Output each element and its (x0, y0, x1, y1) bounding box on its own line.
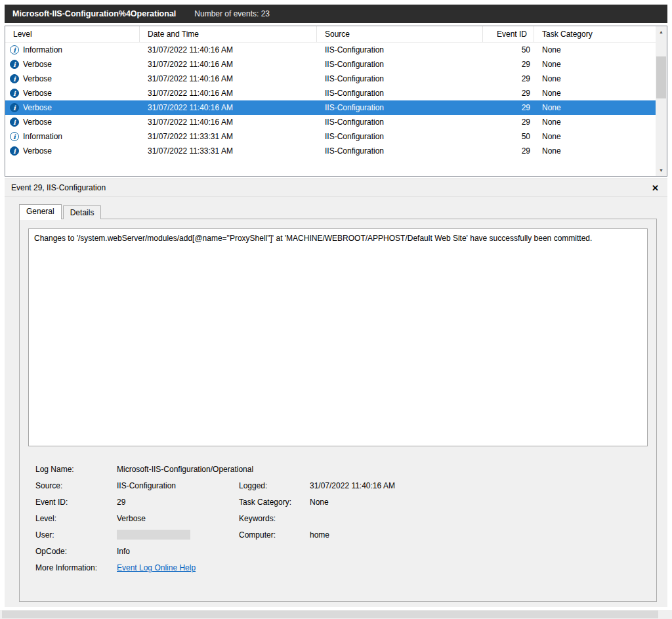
event-task-category: None (534, 89, 656, 98)
event-task-category: None (534, 45, 656, 54)
event-task-category: None (534, 117, 656, 127)
event-id: 29 (483, 103, 534, 112)
event-properties: Log Name: Microsoft-IIS-Configuration/Op… (29, 461, 648, 576)
event-level: Information (23, 132, 62, 141)
event-source: IIS-Configuration (317, 74, 483, 83)
log-name-value: Microsoft-IIS-Configuration/Operational (110, 465, 648, 474)
event-task-category: None (534, 103, 656, 112)
event-count-label: Number of events: 23 (194, 9, 270, 18)
log-tab-bar: Microsoft-IIS-Configuration%4Operational… (5, 5, 667, 23)
event-list: Level Date and Time Source Event ID Task… (5, 26, 667, 177)
event-id-value: 29 (110, 498, 232, 507)
event-level: Verbose (23, 89, 52, 98)
event-row[interactable]: i Verbose 31/07/2022 11:33:31 AM IIS-Con… (5, 144, 656, 158)
event-id: 29 (483, 89, 534, 98)
event-source: IIS-Configuration (317, 60, 483, 69)
column-header-source[interactable]: Source (317, 26, 483, 42)
verbose-icon: i (10, 146, 19, 156)
preview-title-bar: Event 29, IIS-Configuration ✕ (5, 179, 667, 197)
event-id: 29 (483, 117, 534, 127)
event-level: Verbose (23, 146, 52, 156)
verbose-icon: i (10, 89, 19, 98)
event-source: IIS-Configuration (317, 103, 483, 112)
event-level: Verbose (23, 74, 52, 83)
column-header-event-id[interactable]: Event ID (483, 26, 534, 42)
event-log-online-help-link[interactable]: Event Log Online Help (117, 563, 196, 572)
event-id-label: Event ID: (29, 498, 110, 507)
more-information-label: More Information: (29, 563, 110, 572)
event-datetime: 31/07/2022 11:40:16 AM (140, 103, 317, 112)
event-message: Changes to '/system.webServer/modules/ad… (28, 228, 648, 446)
event-datetime: 31/07/2022 11:40:16 AM (140, 74, 317, 83)
event-row[interactable]: i Information 31/07/2022 11:40:16 AM IIS… (5, 43, 656, 57)
opcode-value: Info (110, 547, 648, 556)
information-icon: i (10, 45, 19, 54)
preview-title: Event 29, IIS-Configuration (11, 183, 106, 192)
computer-value: home (303, 530, 648, 540)
event-task-category: None (534, 132, 656, 141)
event-datetime: 31/07/2022 11:40:16 AM (140, 60, 317, 69)
opcode-label: OpCode: (29, 547, 110, 556)
event-datetime: 31/07/2022 11:40:16 AM (140, 45, 317, 54)
source-value: IIS-Configuration (110, 481, 232, 490)
event-row[interactable]: i Information 31/07/2022 11:33:31 AM IIS… (5, 129, 656, 144)
event-row[interactable]: i Verbose 31/07/2022 11:40:16 AM IIS-Con… (5, 72, 656, 86)
table-header-row: Level Date and Time Source Event ID Task… (5, 26, 656, 43)
preview-tabs: General Details (19, 204, 102, 219)
event-id: 50 (483, 45, 534, 54)
event-id: 50 (483, 132, 534, 141)
event-source: IIS-Configuration (317, 146, 483, 156)
event-row[interactable]: i Verbose 31/07/2022 11:40:16 AM IIS-Con… (5, 115, 656, 129)
event-level: Verbose (23, 60, 52, 69)
event-row[interactable]: i Verbose 31/07/2022 11:40:16 AM IIS-Con… (5, 57, 656, 72)
logged-value: 31/07/2022 11:40:16 AM (303, 481, 648, 490)
close-icon[interactable]: ✕ (648, 181, 661, 194)
event-datetime: 31/07/2022 11:40:16 AM (140, 89, 317, 98)
level-value: Verbose (110, 514, 232, 523)
general-tab-page: Changes to '/system.webServer/modules/ad… (19, 219, 657, 602)
table-body: i Information 31/07/2022 11:40:16 AM IIS… (5, 43, 656, 176)
log-name-label: Log Name: (29, 465, 110, 474)
event-id: 29 (483, 60, 534, 69)
scroll-down-arrow-icon[interactable]: ▼ (656, 165, 667, 176)
event-source: IIS-Configuration (317, 132, 483, 141)
event-row[interactable]: i Verbose 31/07/2022 11:40:16 AM IIS-Con… (5, 100, 656, 115)
event-preview-pane: Event 29, IIS-Configuration ✕ General De… (5, 179, 667, 607)
event-row[interactable]: i Verbose 31/07/2022 11:40:16 AM IIS-Con… (5, 86, 656, 100)
event-task-category: None (534, 74, 656, 83)
event-source: IIS-Configuration (317, 89, 483, 98)
task-category-label: Task Category: (232, 498, 303, 507)
event-source: IIS-Configuration (317, 117, 483, 127)
event-datetime: 31/07/2022 11:33:31 AM (140, 146, 317, 156)
vertical-scrollbar[interactable]: ▲ ▼ (656, 26, 667, 176)
event-level: Verbose (23, 117, 52, 127)
horizontal-scrollbar[interactable] (0, 610, 672, 619)
verbose-icon: i (10, 60, 19, 69)
event-id: 29 (483, 74, 534, 83)
task-category-value: None (303, 498, 648, 507)
user-label: User: (29, 530, 110, 540)
tab-general[interactable]: General (19, 204, 62, 219)
tab-details[interactable]: Details (63, 205, 102, 219)
column-header-level[interactable]: Level (5, 26, 140, 42)
log-title: Microsoft-IIS-Configuration%4Operational (12, 9, 176, 18)
keywords-label: Keywords: (232, 514, 303, 523)
information-icon: i (10, 132, 19, 141)
user-value-redacted (117, 530, 190, 540)
logged-label: Logged: (232, 481, 303, 490)
event-datetime: 31/07/2022 11:33:31 AM (140, 132, 317, 141)
verbose-icon: i (10, 117, 19, 127)
scroll-up-arrow-icon[interactable]: ▲ (656, 26, 667, 37)
verbose-icon: i (10, 103, 19, 112)
horizontal-scrollbar-thumb[interactable] (2, 610, 658, 618)
level-label: Level: (29, 514, 110, 523)
computer-label: Computer: (232, 530, 303, 540)
event-level: Information (23, 45, 62, 54)
event-task-category: None (534, 146, 656, 156)
source-label: Source: (29, 481, 110, 490)
column-header-date-and-time[interactable]: Date and Time (140, 26, 317, 42)
column-header-task-category[interactable]: Task Category (534, 26, 656, 42)
user-value (110, 530, 232, 540)
vertical-scrollbar-thumb[interactable] (656, 56, 666, 98)
event-id: 29 (483, 146, 534, 156)
